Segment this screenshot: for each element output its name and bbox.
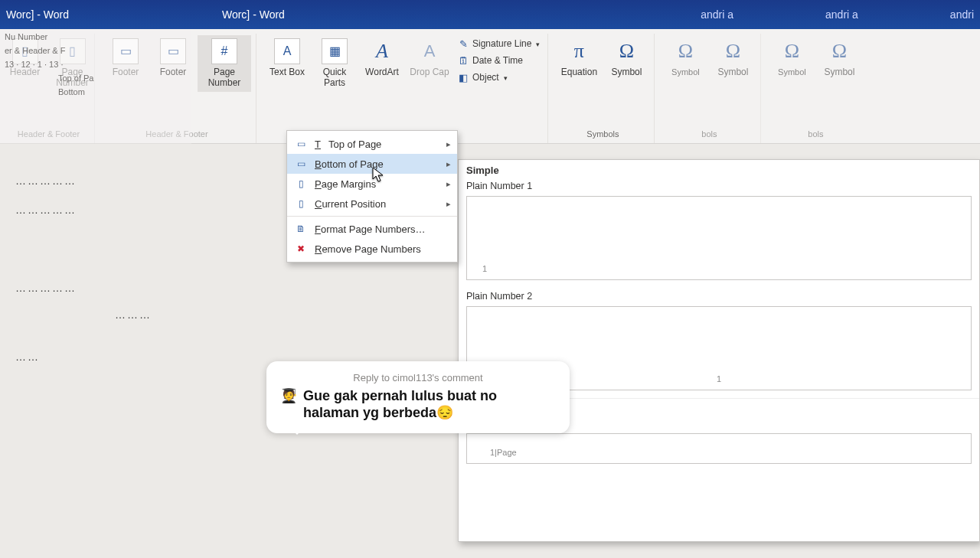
quick-parts-icon: ▦	[322, 38, 348, 64]
gallery-heading-simple: Simple	[459, 160, 979, 178]
omega-icon: Ω	[779, 38, 805, 64]
account-name-3: andri	[950, 8, 974, 21]
tiktok-comment-overlay: Reply to cimol113's comment 🧑‍🎓 Gue gak …	[266, 361, 570, 433]
page-number-gallery: Simple Plain Number 1 1 Plain Number 2 1…	[458, 159, 980, 542]
page-icon: ▯	[60, 38, 86, 64]
text-box-icon: A	[274, 38, 300, 64]
object-button[interactable]: ◧ Object ▾	[454, 70, 543, 86]
menu-format-page-numbers[interactable]: 🗎 Format Page Numbers… Format Page Numbe…	[287, 219, 457, 239]
doc-content-dots: ……	[15, 351, 40, 363]
omega-icon: Ω	[672, 38, 698, 64]
window-titlebar: Worc] - Word Worc] - Word andri a andri …	[0, 0, 980, 29]
ribbon-ghost-group: ▯ Header ▯ Page Number Header & Footer	[3, 34, 95, 143]
ribbon-group-symbols-ghost: Ω Symbol Ω Symbol bols	[658, 34, 761, 143]
chevron-down-icon: ▾	[504, 74, 508, 82]
account-name-2: andri a	[825, 8, 858, 21]
menu-separator	[287, 216, 457, 217]
gallery-item-plain-1-label: Plain Number 1	[459, 178, 979, 193]
account-name-1: andri a	[701, 8, 733, 21]
wordart-icon: A	[369, 38, 395, 64]
ribbon-group-header-footer: ▭ Footer ▭ Footer # Page Number Header &…	[98, 34, 256, 143]
page-number-button[interactable]: # Page Number	[198, 35, 251, 92]
page-top-icon: ▭	[295, 138, 307, 150]
signature-icon: ✎	[457, 38, 469, 51]
page-number-menu: ▭ T Top of Page Top of Page ▭ Bottom of …	[286, 130, 458, 263]
gallery-item-plain-2-label: Plain Number 2	[459, 288, 979, 303]
menu-page-margins[interactable]: ▯ Page Margins Page Margins	[287, 174, 457, 194]
doc-content-dots: ……………	[15, 204, 77, 216]
calendar-icon: 🗓	[457, 55, 469, 67]
ribbon-group-text: A Text Box ▦ Quick Parts A WordArt A Dro…	[260, 34, 548, 143]
equation-button[interactable]: π Equation	[556, 35, 602, 81]
ribbon-group-symbols-ghost2: Ω Symbol Ω Symbol bols	[764, 34, 867, 143]
doc-content-dots: ……………	[15, 175, 77, 187]
footer-button[interactable]: ▭ Footer	[150, 35, 196, 81]
ribbon-group-label: Header & Footer	[18, 126, 80, 143]
date-time-button[interactable]: 🗓 Date & Time	[454, 54, 543, 69]
symbol-button-ghost4[interactable]: Ω Symbol	[816, 35, 862, 81]
quick-parts-button[interactable]: ▦ Quick Parts	[312, 35, 358, 92]
ribbon-group-label: bols	[808, 126, 823, 143]
drop-cap-button[interactable]: A Drop Cap	[407, 35, 452, 81]
symbol-button-ghost3[interactable]: Ω Symbol	[769, 35, 815, 80]
remove-icon: ✖	[295, 243, 307, 255]
text-box-button[interactable]: A Text Box	[264, 35, 310, 81]
doc-content-dots: ……………	[15, 282, 77, 294]
ribbon-group-label: Symbols	[586, 126, 619, 143]
menu-bottom-of-page[interactable]: ▭ Bottom of Page Bottom of Page	[287, 154, 457, 174]
ghost-page-number-button[interactable]: ▯ Header	[2, 35, 48, 81]
object-icon: ◧	[457, 72, 469, 84]
pi-icon: π	[566, 38, 592, 64]
wordart-button[interactable]: A WordArt	[359, 35, 405, 81]
header-icon: ▭	[113, 38, 139, 64]
window-title-2: Worc] - Word	[222, 8, 285, 21]
symbol-button[interactable]: Ω Symbol	[603, 35, 649, 81]
page-margins-icon: ▯	[295, 178, 307, 190]
current-position-icon: ▯	[295, 197, 307, 210]
page-number-icon: #	[211, 38, 237, 64]
menu-current-position[interactable]: ▯ Current Position Current Position	[287, 194, 457, 214]
window-title-1: Worc] - Word	[6, 8, 69, 21]
header-button[interactable]: ▭ Footer	[103, 35, 149, 81]
drop-cap-icon: A	[416, 38, 443, 64]
ribbon-group-label: bols	[701, 126, 717, 143]
comment-avatar-icon: 🧑‍🎓	[280, 388, 297, 405]
ghost-page-number-button-2[interactable]: ▯ Page Number	[50, 35, 96, 92]
menu-remove-page-numbers[interactable]: ✖ Remove Page Numbers Remove Page Number…	[287, 239, 457, 259]
ribbon: ▯ Header ▯ Page Number Header & Footer ▭…	[0, 29, 980, 144]
ribbon-group-label: Header & Footer	[145, 126, 207, 143]
footer-icon: ▭	[160, 38, 186, 64]
symbol-button-ghost2[interactable]: Ω Symbol	[710, 35, 756, 81]
page-bottom-icon: ▭	[295, 158, 307, 170]
page-icon: ▯	[12, 38, 38, 64]
menu-top-of-page[interactable]: ▭ T Top of Page Top of Page	[287, 134, 457, 154]
omega-icon: Ω	[720, 38, 746, 64]
omega-icon: Ω	[613, 38, 639, 64]
chevron-down-icon: ▾	[536, 41, 540, 48]
doc-content-dots: ………	[115, 308, 152, 321]
symbol-button-ghost[interactable]: Ω Symbol	[662, 35, 708, 80]
gallery-item-accent-bar-1[interactable]: 1|Page	[466, 433, 972, 464]
format-icon: 🗎	[295, 223, 307, 235]
comment-text: Gue gak pernah lulus buat no halaman yg …	[303, 388, 556, 421]
omega-icon: Ω	[826, 38, 852, 64]
gallery-item-plain-1[interactable]: 1	[466, 196, 972, 280]
signature-line-button[interactable]: ✎ Signature Line ▾	[454, 37, 543, 52]
comment-reply-to: Reply to cimol113's comment	[280, 372, 556, 383]
ribbon-group-symbols: π Equation Ω Symbol Symbols	[551, 34, 655, 143]
